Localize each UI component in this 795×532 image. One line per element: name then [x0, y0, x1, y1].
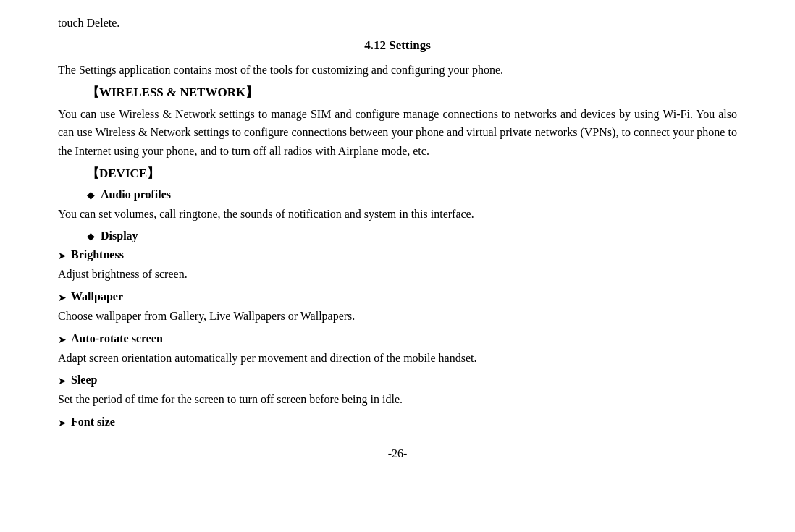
wireless-body: You can use Wireless & Network settings … — [58, 105, 737, 161]
audio-body: You can set volumes, call ringtone, the … — [58, 205, 737, 224]
brightness-item: ➤ Brightness — [58, 246, 737, 263]
fontsize-item: ➤ Font size — [58, 413, 737, 431]
audio-profiles-item: ◆ Audio profiles — [87, 186, 737, 203]
brightness-body: Adjust brightness of screen. — [58, 265, 737, 284]
sleep-item: ➤ Sleep — [58, 371, 737, 389]
intro-text: The Settings application contains most o… — [58, 61, 737, 80]
wireless-heading: 【WIRELESS & NETWORK】 — [58, 83, 737, 102]
diamond-icon-audio: ◆ — [87, 187, 95, 203]
autorotate-item: ➤ Auto-rotate screen — [58, 330, 737, 347]
audio-profiles-label: Audio profiles — [101, 186, 171, 203]
intro-delete: touch Delete. — [58, 14, 737, 32]
wallpaper-item: ➤ Wallpaper — [58, 288, 737, 305]
section-heading: 4.12 Settings — [58, 36, 737, 55]
diamond-icon-display: ◆ — [87, 229, 95, 244]
sleep-body: Set the period of time for the screen to… — [58, 390, 737, 409]
device-heading: 【DEVICE】 — [58, 164, 737, 183]
sleep-label: Sleep — [71, 371, 97, 389]
autorotate-body: Adapt screen orientation automatically p… — [58, 349, 737, 368]
wallpaper-body: Choose wallpaper from Gallery, Live Wall… — [58, 307, 737, 326]
fontsize-label: Font size — [71, 413, 115, 431]
arrow-icon-autorotate: ➤ — [58, 332, 67, 347]
arrow-icon-sleep: ➤ — [58, 373, 67, 389]
arrow-icon-fontsize: ➤ — [58, 415, 67, 431]
autorotate-label: Auto-rotate screen — [71, 330, 163, 347]
display-item: ◆ Display — [87, 227, 737, 245]
display-label: Display — [101, 227, 138, 245]
wallpaper-label: Wallpaper — [71, 288, 123, 305]
arrow-icon-brightness: ➤ — [58, 248, 67, 263]
arrow-icon-wallpaper: ➤ — [58, 290, 67, 305]
page-number: -26- — [58, 445, 737, 463]
brightness-label: Brightness — [71, 246, 124, 263]
